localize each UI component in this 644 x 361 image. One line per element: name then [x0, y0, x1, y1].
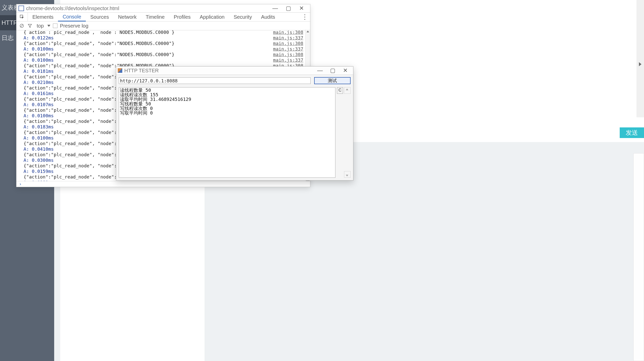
ban-icon	[19, 24, 24, 28]
console-message: A: 0.0100ms	[24, 46, 273, 52]
tester-titlebar: HTTP TESTER — ▢ ✕	[116, 66, 353, 75]
inspect-element-button[interactable]	[16, 13, 28, 21]
console-prompt[interactable]: ›	[16, 181, 310, 187]
tester-scroll-down[interactable]	[344, 171, 351, 178]
context-selected: top	[37, 23, 44, 29]
tester-url-input[interactable]	[119, 77, 311, 84]
console-row: {"action":"plc_read_node", "node":"NODES…	[24, 41, 305, 46]
console-source-link[interactable]: main.js:337	[273, 35, 305, 41]
maximize-button[interactable]: ▢	[282, 4, 295, 12]
tab-application[interactable]: Application	[195, 13, 229, 21]
right-scrollbar[interactable]	[637, 0, 644, 117]
console-message: { action : pic_read_node , node : NODES.…	[24, 30, 273, 35]
tester-side: C	[337, 87, 351, 178]
request-body-scroll[interactable]	[633, 153, 644, 361]
tester-test-button[interactable]: 测试	[314, 77, 351, 84]
svg-line-2	[21, 25, 23, 27]
tab-audits[interactable]: Audits	[256, 13, 280, 21]
devtools-titlebar: chrome-devtools://devtools/inspector.htm…	[16, 4, 310, 13]
filter-icon	[28, 24, 32, 28]
console-row: { action : pic_read_node , node : NODES.…	[24, 30, 305, 35]
tab-console[interactable]: Console	[58, 13, 86, 21]
devtools-more-button[interactable]: ⋮	[299, 13, 310, 21]
tester-close-button[interactable]: ✕	[339, 66, 352, 75]
devtools-tabbar: ElementsConsoleSourcesNetworkTimelinePro…	[16, 13, 310, 21]
preserve-log-checkbox[interactable]	[53, 24, 57, 28]
context-selector[interactable]: top	[35, 23, 50, 29]
console-source-link[interactable]: main.js:308	[273, 41, 305, 46]
scroll-up-icon	[307, 31, 309, 32]
filter-button[interactable]	[27, 23, 33, 29]
tester-app-icon	[118, 68, 122, 73]
console-source-link[interactable]: main.js:337	[273, 57, 305, 63]
tester-clear-button[interactable]: C	[337, 87, 343, 94]
http-tester-window: HTTP TESTER — ▢ ✕ 测试 读线程数量 50 读线程读次数 155…	[116, 66, 353, 180]
console-message: {"action":"plc_read_node", "node":"NODES…	[24, 52, 273, 57]
console-message: A: 0.0122ms	[24, 35, 273, 41]
console-row: A: 0.0100msmain.js:337	[24, 46, 305, 52]
tester-maximize-button[interactable]: ▢	[326, 66, 339, 75]
console-message: {"action":"plc_read_node", "node":"NODES…	[24, 41, 273, 46]
console-source-link[interactable]: main.js:337	[273, 46, 305, 52]
tester-output[interactable]: 读线程数量 50 读线程读次数 155 读取平均时间 31.4689245161…	[119, 87, 335, 178]
tester-title: HTTP TESTER	[124, 68, 314, 74]
tab-security[interactable]: Security	[229, 13, 256, 21]
tab-profiles[interactable]: Profiles	[169, 13, 195, 21]
chevron-right-icon	[639, 62, 641, 66]
tester-body-row: 读线程数量 50 读线程读次数 155 读取平均时间 31.4689245161…	[119, 87, 351, 178]
console-row: A: 0.0100msmain.js:337	[24, 57, 305, 63]
preserve-log-label: Preserve log	[60, 23, 88, 29]
tester-scroll-up[interactable]	[344, 87, 351, 94]
console-source-link[interactable]: main.js:308	[273, 52, 305, 57]
devtools-app-icon	[18, 6, 24, 11]
inspect-icon	[20, 15, 24, 19]
minimize-button[interactable]: —	[269, 4, 282, 12]
chevron-up-icon	[346, 88, 348, 90]
tester-minimize-button[interactable]: —	[314, 66, 326, 75]
devtools-url: chrome-devtools://devtools/inspector.htm…	[26, 6, 269, 11]
tab-timeline[interactable]: Timeline	[141, 13, 169, 21]
clear-console-button[interactable]	[19, 23, 25, 29]
tab-sources[interactable]: Sources	[86, 13, 113, 21]
console-source-link[interactable]: main.js:308	[273, 30, 305, 35]
tester-url-row: 测试	[116, 75, 353, 86]
tab-network[interactable]: Network	[113, 13, 141, 21]
chevron-down-icon	[346, 175, 348, 176]
close-button[interactable]: ✕	[295, 4, 308, 12]
console-row: {"action":"plc_read_node", "node":"NODES…	[24, 52, 305, 57]
chevron-down-icon	[47, 25, 50, 27]
console-row: A: 0.0122msmain.js:337	[24, 35, 305, 41]
console-message: A: 0.0100ms	[24, 57, 273, 63]
send-button[interactable]: 发送	[620, 127, 644, 138]
console-toolbar: top Preserve log	[16, 21, 310, 30]
tab-elements[interactable]: Elements	[28, 13, 58, 21]
